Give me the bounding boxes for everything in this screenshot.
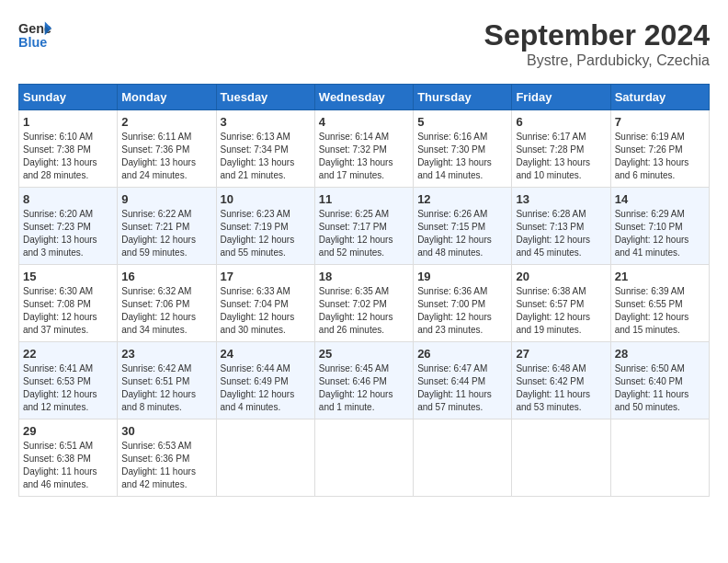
sunset-text: Sunset: 6:53 PM	[23, 376, 91, 386]
day-number: 9	[121, 192, 211, 206]
sunrise-text: Sunrise: 6:44 AM	[221, 363, 290, 373]
sunrise-text: Sunrise: 6:32 AM	[121, 286, 191, 296]
sunset-text: Sunset: 7:34 PM	[221, 144, 289, 155]
calendar-cell: 27 Sunrise: 6:48 AM Sunset: 6:42 PM Dayl…	[512, 342, 610, 419]
daylight-text: Daylight: 12 hours and 26 minutes.	[319, 312, 393, 335]
weekday-header-cell: Wednesday	[314, 85, 413, 110]
sunset-text: Sunset: 7:06 PM	[121, 299, 189, 309]
calendar-cell: 25 Sunrise: 6:45 AM Sunset: 6:46 PM Dayl…	[314, 342, 413, 419]
sunset-text: Sunset: 7:10 PM	[615, 222, 683, 232]
cell-content: Sunrise: 6:35 AM Sunset: 7:02 PM Dayligh…	[319, 285, 409, 337]
day-number: 8	[23, 192, 113, 206]
calendar-cell: 28 Sunrise: 6:50 AM Sunset: 6:40 PM Dayl…	[610, 342, 709, 419]
day-number: 21	[615, 270, 705, 283]
daylight-text: Daylight: 12 hours and 8 minutes.	[121, 389, 196, 412]
sunset-text: Sunset: 6:36 PM	[121, 454, 189, 464]
calendar-subtitle: Bystre, Pardubicky, Czechia	[484, 52, 710, 69]
calendar-week-row: 22 Sunrise: 6:41 AM Sunset: 6:53 PM Dayl…	[19, 342, 710, 419]
sunset-text: Sunset: 7:02 PM	[319, 299, 387, 309]
sunrise-text: Sunrise: 6:48 AM	[516, 363, 586, 373]
calendar-cell: 4 Sunrise: 6:14 AM Sunset: 7:32 PM Dayli…	[314, 110, 413, 188]
sunrise-text: Sunrise: 6:20 AM	[23, 209, 93, 219]
calendar-table: SundayMondayTuesdayWednesdayThursdayFrid…	[18, 84, 710, 497]
daylight-text: Daylight: 12 hours and 12 minutes.	[23, 389, 97, 412]
sunset-text: Sunset: 7:23 PM	[23, 222, 91, 232]
sunrise-text: Sunrise: 6:41 AM	[23, 363, 93, 373]
cell-content: Sunrise: 6:30 AM Sunset: 7:08 PM Dayligh…	[23, 285, 113, 337]
sunrise-text: Sunrise: 6:13 AM	[221, 132, 290, 142]
sunrise-text: Sunrise: 6:16 AM	[417, 132, 487, 142]
cell-content: Sunrise: 6:16 AM Sunset: 7:30 PM Dayligh…	[417, 131, 507, 182]
sunrise-text: Sunrise: 6:50 AM	[615, 363, 685, 373]
sunrise-text: Sunrise: 6:33 AM	[221, 286, 290, 296]
page-header: General Blue September 2024 Bystre, Pard…	[18, 18, 710, 69]
daylight-text: Daylight: 13 hours and 17 minutes.	[319, 157, 393, 180]
sunrise-text: Sunrise: 6:29 AM	[615, 209, 685, 219]
sunrise-text: Sunrise: 6:25 AM	[319, 209, 389, 219]
weekday-header-cell: Tuesday	[216, 85, 314, 110]
sunrise-text: Sunrise: 6:10 AM	[23, 132, 93, 142]
weekday-header-cell: Sunday	[19, 85, 118, 110]
daylight-text: Daylight: 11 hours and 46 minutes.	[23, 466, 97, 489]
day-number: 12	[417, 192, 507, 206]
daylight-text: Daylight: 11 hours and 50 minutes.	[615, 389, 689, 412]
sunset-text: Sunset: 7:13 PM	[516, 222, 584, 232]
cell-content: Sunrise: 6:41 AM Sunset: 6:53 PM Dayligh…	[23, 362, 113, 414]
cell-content: Sunrise: 6:25 AM Sunset: 7:17 PM Dayligh…	[319, 208, 409, 259]
sunset-text: Sunset: 7:21 PM	[121, 222, 189, 232]
sunset-text: Sunset: 6:49 PM	[221, 376, 289, 386]
sunset-text: Sunset: 6:42 PM	[516, 376, 584, 386]
daylight-text: Daylight: 12 hours and 41 minutes.	[615, 235, 689, 258]
sunset-text: Sunset: 6:57 PM	[516, 299, 584, 309]
sunrise-text: Sunrise: 6:39 AM	[615, 286, 685, 296]
weekday-header-row: SundayMondayTuesdayWednesdayThursdayFrid…	[19, 85, 710, 110]
day-number: 3	[221, 115, 311, 129]
cell-content: Sunrise: 6:14 AM Sunset: 7:32 PM Dayligh…	[319, 131, 409, 182]
logo-icon: General Blue	[18, 18, 51, 52]
cell-content: Sunrise: 6:20 AM Sunset: 7:23 PM Dayligh…	[23, 208, 113, 259]
day-number: 24	[221, 347, 311, 361]
sunset-text: Sunset: 6:51 PM	[121, 376, 189, 386]
calendar-cell: 5 Sunrise: 6:16 AM Sunset: 7:30 PM Dayli…	[414, 110, 512, 188]
sunset-text: Sunset: 7:36 PM	[121, 144, 189, 155]
cell-content: Sunrise: 6:44 AM Sunset: 6:49 PM Dayligh…	[221, 362, 311, 414]
sunrise-text: Sunrise: 6:17 AM	[516, 132, 586, 142]
daylight-text: Daylight: 12 hours and 30 minutes.	[221, 312, 295, 335]
sunset-text: Sunset: 6:40 PM	[615, 376, 683, 386]
day-number: 16	[121, 270, 211, 283]
day-number: 1	[23, 115, 113, 129]
sunset-text: Sunset: 6:55 PM	[615, 299, 683, 309]
sunset-text: Sunset: 7:08 PM	[23, 299, 91, 309]
calendar-cell	[512, 419, 610, 497]
calendar-cell: 24 Sunrise: 6:44 AM Sunset: 6:49 PM Dayl…	[216, 342, 314, 419]
cell-content: Sunrise: 6:11 AM Sunset: 7:36 PM Dayligh…	[121, 131, 211, 182]
calendar-cell: 9 Sunrise: 6:22 AM Sunset: 7:21 PM Dayli…	[118, 188, 216, 265]
day-number: 4	[319, 115, 409, 129]
sunrise-text: Sunrise: 6:42 AM	[121, 363, 191, 373]
sunset-text: Sunset: 7:17 PM	[319, 222, 387, 232]
calendar-cell	[414, 419, 512, 497]
cell-content: Sunrise: 6:50 AM Sunset: 6:40 PM Dayligh…	[615, 362, 705, 414]
cell-content: Sunrise: 6:26 AM Sunset: 7:15 PM Dayligh…	[417, 208, 507, 259]
sunrise-text: Sunrise: 6:35 AM	[319, 286, 389, 296]
cell-content: Sunrise: 6:32 AM Sunset: 7:06 PM Dayligh…	[121, 285, 211, 337]
cell-content: Sunrise: 6:28 AM Sunset: 7:13 PM Dayligh…	[516, 208, 606, 259]
daylight-text: Daylight: 12 hours and 15 minutes.	[615, 312, 689, 335]
cell-content: Sunrise: 6:45 AM Sunset: 6:46 PM Dayligh…	[319, 362, 409, 414]
day-number: 13	[516, 192, 606, 206]
daylight-text: Daylight: 13 hours and 3 minutes.	[23, 235, 97, 258]
calendar-cell: 30 Sunrise: 6:53 AM Sunset: 6:36 PM Dayl…	[118, 419, 216, 497]
calendar-week-row: 1 Sunrise: 6:10 AM Sunset: 7:38 PM Dayli…	[19, 110, 710, 188]
calendar-cell: 14 Sunrise: 6:29 AM Sunset: 7:10 PM Dayl…	[610, 188, 709, 265]
sunrise-text: Sunrise: 6:36 AM	[417, 286, 487, 296]
sunset-text: Sunset: 7:04 PM	[221, 299, 289, 309]
calendar-cell: 1 Sunrise: 6:10 AM Sunset: 7:38 PM Dayli…	[19, 110, 118, 188]
day-number: 2	[121, 115, 211, 129]
weekday-header-cell: Monday	[118, 85, 216, 110]
sunrise-text: Sunrise: 6:45 AM	[319, 363, 389, 373]
daylight-text: Daylight: 12 hours and 4 minutes.	[221, 389, 295, 412]
calendar-title: September 2024	[484, 18, 710, 52]
daylight-text: Daylight: 12 hours and 59 minutes.	[121, 235, 196, 258]
cell-content: Sunrise: 6:29 AM Sunset: 7:10 PM Dayligh…	[615, 208, 705, 259]
cell-content: Sunrise: 6:19 AM Sunset: 7:26 PM Dayligh…	[615, 131, 705, 182]
